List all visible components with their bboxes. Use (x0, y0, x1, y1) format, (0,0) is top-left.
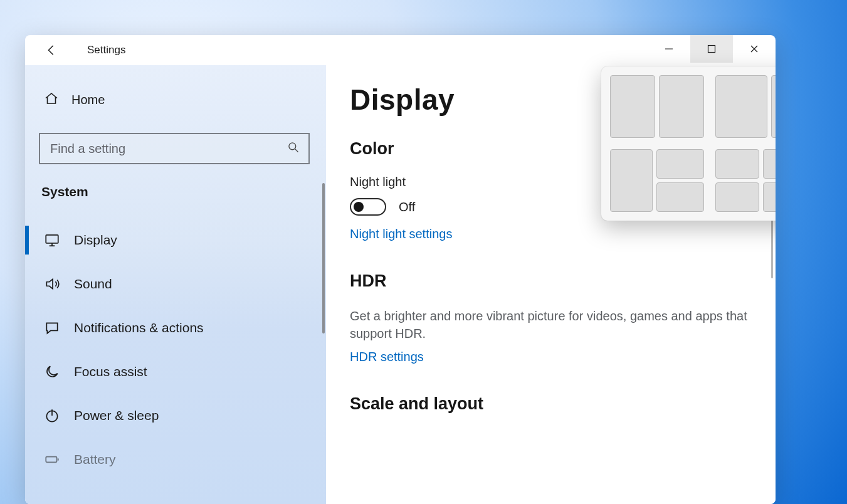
maximize-button[interactable] (690, 35, 733, 63)
search-icon (287, 141, 300, 156)
section-title-scale: Scale and layout (350, 394, 752, 414)
snap-cell[interactable] (659, 75, 704, 138)
snap-cell[interactable] (610, 75, 655, 138)
svg-line-5 (295, 149, 298, 152)
svg-rect-1 (708, 46, 715, 53)
window-controls (648, 35, 776, 65)
sidebar-item-label: Display (74, 233, 117, 248)
sidebar-item-battery[interactable]: Battery (39, 438, 312, 481)
maximize-icon (707, 45, 716, 53)
snap-cell[interactable] (715, 182, 759, 212)
snap-cell[interactable] (763, 149, 776, 179)
sidebar-item-label: Notifications & actions (74, 320, 204, 335)
sidebar-item-power[interactable]: Power & sleep (39, 394, 312, 438)
snap-cell[interactable] (610, 149, 653, 212)
snap-cell[interactable] (656, 182, 704, 212)
sidebar-item-label: Focus assist (74, 364, 147, 379)
svg-rect-6 (46, 235, 58, 243)
chat-icon (44, 320, 60, 336)
night-light-state: Off (399, 200, 415, 214)
snap-cell[interactable] (656, 149, 704, 179)
night-light-settings-link[interactable]: Night light settings (350, 227, 452, 241)
arrow-left-icon (45, 43, 58, 57)
svg-rect-11 (46, 457, 56, 463)
snap-layout-left-plus-stack[interactable] (610, 149, 704, 212)
nav-home-label: Home (71, 93, 105, 107)
sidebar-item-sound[interactable]: Sound (39, 262, 312, 306)
sidebar-nav: Display Sound Notifications & actions (39, 218, 312, 481)
sidebar-scrollbar-thumb[interactable] (322, 183, 325, 333)
hdr-settings-link[interactable]: HDR settings (350, 350, 424, 364)
snap-cell[interactable] (763, 182, 776, 212)
hdr-description: Get a brighter and more vibrant picture … (350, 307, 751, 342)
battery-icon (44, 451, 60, 468)
sidebar-item-focus[interactable]: Focus assist (39, 350, 312, 394)
snap-cell[interactable] (715, 149, 759, 179)
monitor-icon (44, 232, 60, 248)
snap-layout-quad[interactable] (715, 149, 776, 212)
sidebar-item-label: Battery (74, 452, 116, 467)
sidebar-category: System (41, 184, 312, 199)
snap-cell[interactable] (771, 75, 776, 138)
minimize-icon (665, 45, 673, 53)
moon-icon (44, 364, 60, 380)
titlebar: Settings (25, 35, 776, 65)
svg-point-4 (289, 143, 296, 150)
settings-window: Settings Home (25, 35, 776, 504)
home-icon (44, 91, 59, 109)
snap-layouts-flyout (601, 66, 776, 221)
search-input[interactable] (49, 141, 287, 157)
snap-cell[interactable] (715, 75, 767, 138)
section-title-hdr: HDR (350, 271, 752, 291)
sidebar-item-display[interactable]: Display (39, 218, 312, 262)
toggle-knob (354, 202, 364, 212)
power-icon (44, 407, 60, 424)
sidebar-item-label: Sound (74, 276, 112, 291)
sidebar: Home System Display (25, 65, 326, 504)
speaker-icon (44, 276, 60, 292)
sidebar-item-label: Power & sleep (74, 408, 159, 423)
close-icon (750, 45, 759, 53)
app-title: Settings (87, 44, 125, 56)
snap-layout-two-thirds-left[interactable] (715, 75, 776, 138)
nav-home[interactable]: Home (39, 84, 312, 115)
back-button[interactable] (44, 35, 59, 65)
snap-layout-two-halves[interactable] (610, 75, 704, 138)
search-box[interactable] (39, 133, 310, 164)
minimize-button[interactable] (648, 35, 690, 63)
night-light-toggle[interactable] (350, 198, 386, 216)
close-button[interactable] (733, 35, 776, 63)
sidebar-item-notifications[interactable]: Notifications & actions (39, 306, 312, 350)
